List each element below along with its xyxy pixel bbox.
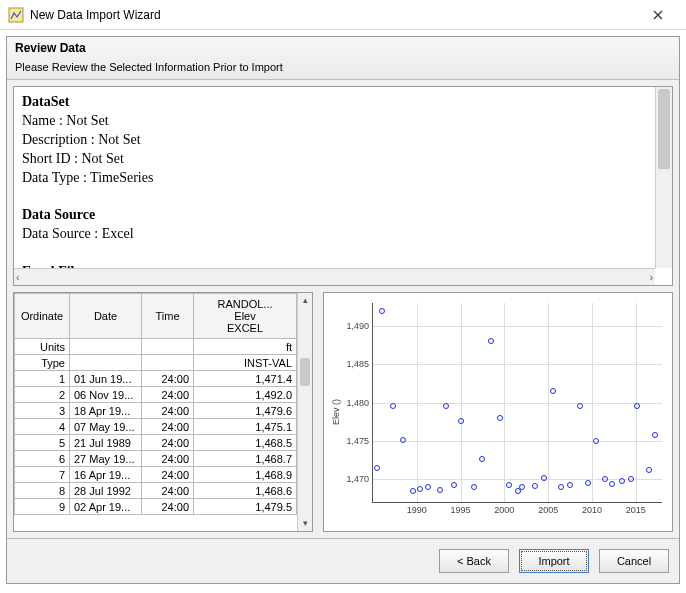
type-row: Type INST-VAL [15,355,297,371]
chart-point [628,476,634,482]
cell-time: 24:00 [142,467,194,483]
cell-time: 24:00 [142,419,194,435]
chart-point [379,308,385,314]
cell-value: 1,475.1 [194,419,297,435]
chart-point [425,484,431,490]
cell-ordinate: 8 [15,483,70,499]
cell-value: 1,479.6 [194,403,297,419]
table-row[interactable]: 521 Jul 198924:001,468.5 [15,435,297,451]
chart-point [541,475,547,481]
chart-point [550,388,556,394]
cell-value: 1,468.5 [194,435,297,451]
cell-ordinate: 7 [15,467,70,483]
chart-point [417,486,423,492]
col-ordinate[interactable]: Ordinate [15,294,70,339]
cell-value: 1,492.0 [194,387,297,403]
table-row[interactable]: 206 Nov 19...24:001,492.0 [15,387,297,403]
cell-value: 1,479.5 [194,499,297,515]
cell-value: 1,468.6 [194,483,297,499]
col-time[interactable]: Time [142,294,194,339]
back-button[interactable]: < Back [439,549,509,573]
cell-date: 02 Apr 19... [70,499,142,515]
cell-ordinate: 9 [15,499,70,515]
cell-date: 21 Jul 1989 [70,435,142,451]
cell-date: 18 Apr 19... [70,403,142,419]
ytick-label: 1,485 [346,359,369,369]
cell-date: 01 Jun 19... [70,371,142,387]
ytick-label: 1,475 [346,436,369,446]
chart: Elev () 1,4701,4751,4801,4851,4901990199… [323,292,673,532]
page-subtitle: Please Review the Selected Information P… [15,61,671,73]
units-row: Units ft [15,339,297,355]
chart-point [390,403,396,409]
cell-ordinate: 5 [15,435,70,451]
header: Review Data Please Review the Selected I… [7,37,679,80]
chart-plot-area: 1,4701,4751,4801,4851,490199019952000200… [372,303,662,503]
type-label: Type [15,355,70,371]
chart-point [410,488,416,494]
cell-value: 1,468.9 [194,467,297,483]
units-value: ft [194,339,297,355]
chart-point [602,476,608,482]
cell-time: 24:00 [142,499,194,515]
chart-point [558,484,564,490]
import-button[interactable]: Import [519,549,589,573]
page-title: Review Data [15,41,671,55]
table-row[interactable]: 902 Apr 19...24:001,479.5 [15,499,297,515]
chart-point [400,437,406,443]
chart-point [458,418,464,424]
datasource-line: Data Source : Excel [22,226,134,241]
table-row[interactable]: 627 May 19...24:001,468.7 [15,451,297,467]
chart-point [577,403,583,409]
ytick-label: 1,490 [346,321,369,331]
table-row[interactable]: 318 Apr 19...24:001,479.6 [15,403,297,419]
col-value[interactable]: RANDOL... Elev EXCEL [194,294,297,339]
table-row[interactable]: 407 May 19...24:001,475.1 [15,419,297,435]
cell-time: 24:00 [142,403,194,419]
review-scroll-vertical[interactable] [655,87,672,268]
content-row: Ordinate Date Time RANDOL... Elev EXCEL … [13,292,673,532]
chart-point [479,456,485,462]
titlebar: New Data Import Wizard [0,0,686,30]
cell-ordinate: 1 [15,371,70,387]
xtick-label: 2015 [626,505,646,515]
chart-point [506,482,512,488]
chart-ylabel: Elev () [331,399,341,425]
type-value: INST-VAL [194,355,297,371]
xtick-label: 2005 [538,505,558,515]
cell-date: 27 May 19... [70,451,142,467]
ytick-label: 1,480 [346,398,369,408]
col-date[interactable]: Date [70,294,142,339]
table-row[interactable]: 716 Apr 19...24:001,468.9 [15,467,297,483]
cancel-button[interactable]: Cancel [599,549,669,573]
chart-point [443,403,449,409]
app-icon [8,7,24,23]
chart-point [488,338,494,344]
xtick-label: 1990 [407,505,427,515]
cell-date: 06 Nov 19... [70,387,142,403]
review-scroll-horizontal[interactable]: ‹› [14,268,655,285]
cell-ordinate: 4 [15,419,70,435]
dialog-body: Review Data Please Review the Selected I… [6,36,680,584]
dataset-desc: Description : Not Set [22,132,141,147]
cell-ordinate: 2 [15,387,70,403]
chart-point [532,483,538,489]
table-scroll-vertical[interactable]: ▴ ▾ [297,293,312,531]
table-row[interactable]: 101 Jun 19...24:001,471.4 [15,371,297,387]
cell-time: 24:00 [142,451,194,467]
table-row[interactable]: 828 Jul 199224:001,468.6 [15,483,297,499]
chart-point [619,478,625,484]
chart-point [609,481,615,487]
chart-point [646,467,652,473]
chart-point [585,480,591,486]
cell-value: 1,471.4 [194,371,297,387]
close-button[interactable] [638,1,678,29]
cell-ordinate: 6 [15,451,70,467]
review-text: DataSet Name : Not Set Description : Not… [14,87,672,271]
xtick-label: 2010 [582,505,602,515]
cell-time: 24:00 [142,371,194,387]
dataset-shortid: Short ID : Not Set [22,151,124,166]
chart-point [451,482,457,488]
dataset-datatype: Data Type : TimeSeries [22,170,153,185]
units-label: Units [15,339,70,355]
